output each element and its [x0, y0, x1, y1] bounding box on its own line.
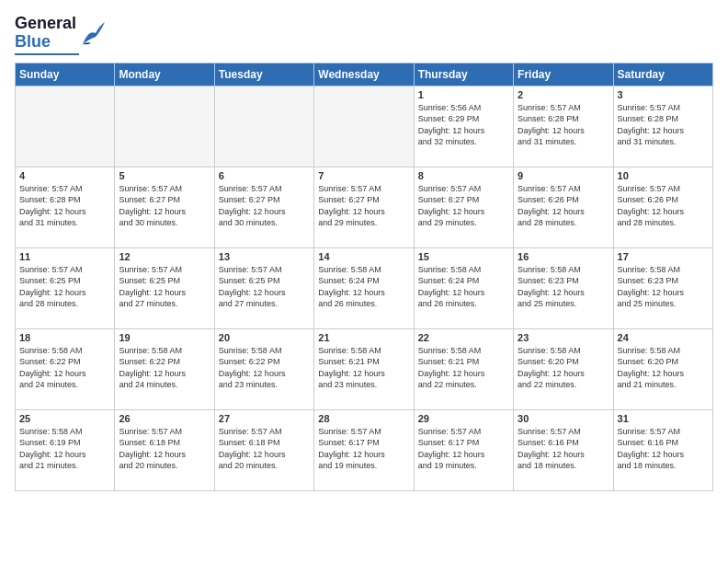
calendar-week-4: 18Sunrise: 5:58 AM Sunset: 6:22 PM Dayli…: [16, 328, 713, 409]
calendar-day: [314, 86, 414, 167]
day-number: 15: [418, 251, 509, 262]
logo-underline: [15, 53, 79, 55]
calendar-day: 20Sunrise: 5:58 AM Sunset: 6:22 PM Dayli…: [214, 328, 313, 409]
day-info: Sunrise: 5:58 AM Sunset: 6:20 PM Dayligh…: [618, 345, 709, 391]
weekday-header-thursday: Thursday: [414, 63, 513, 86]
day-number: 5: [119, 170, 210, 181]
calendar-day: 28Sunrise: 5:57 AM Sunset: 6:17 PM Dayli…: [314, 409, 414, 490]
day-number: 12: [119, 251, 210, 262]
calendar-day: 11Sunrise: 5:57 AM Sunset: 6:25 PM Dayli…: [16, 247, 115, 328]
calendar-table: SundayMondayTuesdayWednesdayThursdayFrid…: [15, 63, 713, 491]
day-info: Sunrise: 5:57 AM Sunset: 6:25 PM Dayligh…: [19, 264, 110, 310]
day-info: Sunrise: 5:57 AM Sunset: 6:28 PM Dayligh…: [19, 183, 110, 229]
page-header: General Blue: [15, 15, 713, 55]
day-number: 11: [19, 251, 110, 262]
day-info: Sunrise: 5:57 AM Sunset: 6:17 PM Dayligh…: [418, 426, 509, 472]
calendar-day: 25Sunrise: 5:58 AM Sunset: 6:19 PM Dayli…: [16, 409, 115, 490]
calendar-day: 17Sunrise: 5:58 AM Sunset: 6:23 PM Dayli…: [613, 247, 712, 328]
day-number: 1: [418, 89, 509, 100]
day-info: Sunrise: 5:58 AM Sunset: 6:24 PM Dayligh…: [418, 264, 509, 310]
day-info: Sunrise: 5:58 AM Sunset: 6:24 PM Dayligh…: [318, 264, 409, 310]
weekday-header-wednesday: Wednesday: [314, 63, 414, 86]
day-number: 17: [618, 251, 709, 262]
calendar-day: 19Sunrise: 5:58 AM Sunset: 6:22 PM Dayli…: [115, 328, 214, 409]
day-number: 18: [19, 332, 110, 343]
calendar-day: 31Sunrise: 5:57 AM Sunset: 6:16 PM Dayli…: [613, 409, 712, 490]
calendar-day: 22Sunrise: 5:58 AM Sunset: 6:21 PM Dayli…: [414, 328, 513, 409]
day-number: 24: [618, 332, 709, 343]
calendar-day: 23Sunrise: 5:58 AM Sunset: 6:20 PM Dayli…: [514, 328, 613, 409]
calendar-week-2: 4Sunrise: 5:57 AM Sunset: 6:28 PM Daylig…: [16, 167, 713, 247]
calendar-day: 5Sunrise: 5:57 AM Sunset: 6:27 PM Daylig…: [115, 167, 214, 247]
day-info: Sunrise: 5:57 AM Sunset: 6:28 PM Dayligh…: [518, 102, 609, 148]
day-info: Sunrise: 5:57 AM Sunset: 6:16 PM Dayligh…: [618, 426, 709, 472]
day-number: 26: [119, 413, 210, 424]
day-info: Sunrise: 5:57 AM Sunset: 6:27 PM Dayligh…: [418, 183, 509, 229]
weekday-header-friday: Friday: [514, 63, 613, 86]
calendar-day: [214, 86, 313, 167]
calendar-day: 30Sunrise: 5:57 AM Sunset: 6:16 PM Dayli…: [514, 409, 613, 490]
day-number: 25: [19, 413, 110, 424]
calendar-day: 10Sunrise: 5:57 AM Sunset: 6:26 PM Dayli…: [613, 167, 712, 247]
calendar-day: 7Sunrise: 5:57 AM Sunset: 6:27 PM Daylig…: [314, 167, 414, 247]
calendar-week-1: 1Sunrise: 5:56 AM Sunset: 6:29 PM Daylig…: [16, 86, 713, 167]
day-info: Sunrise: 5:57 AM Sunset: 6:25 PM Dayligh…: [219, 264, 310, 310]
day-number: 29: [418, 413, 509, 424]
calendar-day: 24Sunrise: 5:58 AM Sunset: 6:20 PM Dayli…: [613, 328, 712, 409]
calendar-day: [16, 86, 115, 167]
calendar-day: 6Sunrise: 5:57 AM Sunset: 6:27 PM Daylig…: [214, 167, 313, 247]
day-info: Sunrise: 5:57 AM Sunset: 6:16 PM Dayligh…: [518, 426, 609, 472]
day-number: 20: [219, 332, 310, 343]
day-info: Sunrise: 5:57 AM Sunset: 6:17 PM Dayligh…: [318, 426, 409, 472]
day-number: 10: [618, 170, 709, 181]
day-info: Sunrise: 5:57 AM Sunset: 6:18 PM Dayligh…: [119, 426, 210, 472]
day-number: 14: [318, 251, 409, 262]
calendar-day: 14Sunrise: 5:58 AM Sunset: 6:24 PM Dayli…: [314, 247, 414, 328]
logo-blue-text: Blue: [15, 33, 76, 52]
day-number: 6: [219, 170, 310, 181]
day-info: Sunrise: 5:58 AM Sunset: 6:20 PM Dayligh…: [518, 345, 609, 391]
day-number: 3: [618, 89, 709, 100]
day-number: 28: [318, 413, 409, 424]
day-info: Sunrise: 5:57 AM Sunset: 6:18 PM Dayligh…: [219, 426, 310, 472]
calendar-day: 15Sunrise: 5:58 AM Sunset: 6:24 PM Dayli…: [414, 247, 513, 328]
day-info: Sunrise: 5:58 AM Sunset: 6:21 PM Dayligh…: [318, 345, 409, 391]
day-number: 30: [518, 413, 609, 424]
day-info: Sunrise: 5:58 AM Sunset: 6:23 PM Dayligh…: [518, 264, 609, 310]
day-info: Sunrise: 5:56 AM Sunset: 6:29 PM Dayligh…: [418, 102, 509, 148]
day-info: Sunrise: 5:58 AM Sunset: 6:22 PM Dayligh…: [19, 345, 110, 391]
day-info: Sunrise: 5:57 AM Sunset: 6:28 PM Dayligh…: [618, 102, 709, 148]
calendar-week-5: 25Sunrise: 5:58 AM Sunset: 6:19 PM Dayli…: [16, 409, 713, 490]
logo-bird-svg: [79, 22, 105, 48]
calendar-day: 9Sunrise: 5:57 AM Sunset: 6:26 PM Daylig…: [514, 167, 613, 247]
day-number: 27: [219, 413, 310, 424]
calendar-day: 4Sunrise: 5:57 AM Sunset: 6:28 PM Daylig…: [16, 167, 115, 247]
day-info: Sunrise: 5:57 AM Sunset: 6:26 PM Dayligh…: [618, 183, 709, 229]
weekday-header-saturday: Saturday: [613, 63, 712, 86]
calendar-day: 2Sunrise: 5:57 AM Sunset: 6:28 PM Daylig…: [514, 86, 613, 167]
day-info: Sunrise: 5:58 AM Sunset: 6:22 PM Dayligh…: [219, 345, 310, 391]
weekday-header-sunday: Sunday: [16, 63, 115, 86]
calendar-day: 13Sunrise: 5:57 AM Sunset: 6:25 PM Dayli…: [214, 247, 313, 328]
day-info: Sunrise: 5:57 AM Sunset: 6:27 PM Dayligh…: [318, 183, 409, 229]
day-number: 9: [518, 170, 609, 181]
day-number: 4: [19, 170, 110, 181]
logo-general-text: General: [15, 15, 76, 33]
day-number: 16: [518, 251, 609, 262]
day-number: 2: [518, 89, 609, 100]
calendar-day: 21Sunrise: 5:58 AM Sunset: 6:21 PM Dayli…: [314, 328, 414, 409]
calendar-day: 18Sunrise: 5:58 AM Sunset: 6:22 PM Dayli…: [16, 328, 115, 409]
weekday-header-tuesday: Tuesday: [214, 63, 313, 86]
weekday-header-monday: Monday: [115, 63, 214, 86]
logo-container: General Blue: [15, 15, 105, 52]
day-number: 13: [219, 251, 310, 262]
calendar-day: 1Sunrise: 5:56 AM Sunset: 6:29 PM Daylig…: [414, 86, 513, 167]
day-number: 22: [418, 332, 509, 343]
calendar-day: [115, 86, 214, 167]
logo: General Blue: [15, 15, 105, 55]
day-info: Sunrise: 5:57 AM Sunset: 6:27 PM Dayligh…: [219, 183, 310, 229]
calendar-header-row: SundayMondayTuesdayWednesdayThursdayFrid…: [16, 63, 713, 86]
day-info: Sunrise: 5:58 AM Sunset: 6:22 PM Dayligh…: [119, 345, 210, 391]
calendar-day: 26Sunrise: 5:57 AM Sunset: 6:18 PM Dayli…: [115, 409, 214, 490]
day-info: Sunrise: 5:58 AM Sunset: 6:19 PM Dayligh…: [19, 426, 110, 472]
